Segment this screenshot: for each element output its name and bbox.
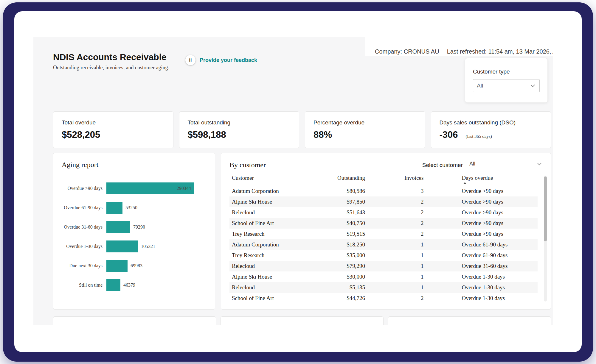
table-row[interactable]: School of Fine Art $44,726 2 Overdue 1-3…: [229, 293, 538, 304]
chart-bar-row: Overdue >90 days 290344: [62, 182, 207, 194]
customer-table: Customer Outstanding Invoices Days overd…: [229, 172, 538, 304]
table-row[interactable]: Trey Research $19,515 2 Overdue >90 days: [229, 229, 538, 239]
kpi-card: Total outstanding $598,188: [179, 111, 299, 148]
cell-outstanding: $18,250: [331, 239, 365, 250]
table-body: Adatum Corporation $80,586 3 Overdue >90…: [229, 186, 538, 304]
col-days-overdue[interactable]: Days overdue: [423, 172, 538, 186]
page-title: NDIS Accounts Receivable: [53, 51, 169, 63]
cell-days-overdue: Overdue 31-60 days: [423, 261, 538, 271]
chart-bar-row: Overdue 1-30 days 105321: [62, 240, 207, 252]
chart-bar[interactable]: 290344: [106, 182, 194, 194]
cell-customer: School of Fine Art: [229, 218, 331, 229]
dashboard-canvas: Company: CRONUS AULast refreshed: 11:54 …: [33, 37, 553, 325]
chart-bar-area: 46379: [106, 279, 207, 291]
chart-category-label: Overdue 61-90 days: [62, 205, 106, 210]
col-outstanding[interactable]: Outstanding: [331, 172, 365, 186]
cell-customer: Adatum Corporation: [229, 239, 331, 250]
cell-days-overdue: Overdue >90 days: [423, 186, 538, 196]
device-frame: Company: CRONUS AULast refreshed: 11:54 …: [3, 2, 593, 362]
by-customer-title: By customer: [229, 161, 266, 169]
cell-invoices: 2: [365, 218, 423, 229]
chart-bar[interactable]: [106, 221, 130, 233]
cell-customer: School of Fine Art: [229, 293, 331, 304]
customer-type-select[interactable]: All: [473, 79, 540, 92]
chart-bar-row: Overdue 61-90 days 53250: [62, 202, 207, 214]
main-row: Aging report Overdue >90 days 290344 Ove…: [53, 153, 551, 310]
kpi-value: $598,188: [188, 129, 226, 140]
chart-value-label: 53250: [125, 205, 137, 210]
kpi-label: Days sales outstanding (DSO): [440, 119, 551, 126]
kpi-value: 88%: [313, 129, 332, 140]
chart-bar-row: Due next 30 days 69983: [62, 260, 207, 272]
chart-bar[interactable]: [106, 202, 122, 214]
col-customer[interactable]: Customer: [229, 172, 331, 186]
cell-outstanding: $35,000: [331, 250, 365, 261]
chart-bar[interactable]: [106, 279, 120, 291]
cell-outstanding: $19,515: [331, 229, 365, 239]
kpi-label: Total overdue: [62, 119, 173, 126]
table-header-row: Customer Outstanding Invoices Days overd…: [229, 172, 538, 186]
kpi-value: $528,205: [62, 129, 100, 140]
kpi-value-row: 88%: [313, 129, 425, 140]
chart-bar-area: 290344: [106, 182, 207, 194]
sort-ascending-icon: [463, 182, 466, 184]
cell-days-overdue: Overdue >90 days: [423, 196, 538, 207]
kpi-value-row: -306 (last 365 days): [440, 129, 551, 140]
table-row[interactable]: Adatum Corporation $80,586 3 Overdue >90…: [229, 186, 538, 196]
cell-outstanding: $79,290: [331, 261, 365, 271]
col-days-overdue-label: Days overdue: [423, 175, 538, 181]
chart-category-label: Overdue 31-60 days: [62, 224, 106, 230]
customer-type-label: Customer type: [473, 68, 540, 75]
col-invoices[interactable]: Invoices: [365, 172, 423, 186]
company-label: Company: CRONUS AU: [375, 48, 439, 55]
scrollbar-thumb[interactable]: [544, 176, 547, 241]
chart-category-label: Due next 30 days: [62, 263, 106, 268]
table-row[interactable]: Alpine Ski House $30,000 1 Overdue 1-30 …: [229, 271, 538, 282]
cell-invoices: 2: [365, 207, 423, 218]
cell-invoices: 1: [365, 261, 423, 271]
cell-outstanding: $51,643: [331, 207, 365, 218]
chevron-down-icon: [530, 83, 536, 89]
table-scrollbar[interactable]: [544, 176, 547, 301]
feedback-label: Provide your feedback: [200, 57, 257, 63]
bottom-card-2: [221, 316, 384, 325]
bottom-card-3: [388, 316, 551, 325]
chart-bar-row: Overdue 31-60 days 79290: [62, 221, 207, 233]
chart-bar[interactable]: [106, 260, 128, 272]
chevron-down-icon: [536, 161, 542, 167]
kpi-label: Total outstanding: [188, 119, 299, 126]
cell-customer: Relecloud: [229, 207, 331, 218]
table-row[interactable]: School of Fine Art $40,750 2 Overdue >90…: [229, 218, 538, 229]
kpi-note: (last 365 days): [466, 134, 492, 139]
chart-bar[interactable]: [106, 240, 138, 252]
table-row[interactable]: Trey Research $35,000 1 Overdue 61-90 da…: [229, 250, 538, 261]
table-row[interactable]: Relecloud $79,290 1 Overdue 31-60 days: [229, 261, 538, 271]
select-customer-value: All: [469, 161, 475, 167]
chart-value-label: 79290: [133, 224, 145, 230]
cell-customer: Adatum Corporation: [229, 186, 331, 196]
cell-customer: Trey Research: [229, 229, 331, 239]
chart-bar-area: 105321: [106, 240, 207, 252]
select-customer-dropdown[interactable]: All: [469, 161, 542, 169]
kpi-row: Total overdue $528,205 Total outstanding…: [53, 111, 551, 148]
kpi-label: Percentage overdue: [313, 119, 425, 126]
cell-invoices: 1: [365, 271, 423, 282]
kpi-card: Percentage overdue 88%: [305, 111, 425, 148]
cell-outstanding: $5,135: [331, 282, 365, 293]
customer-type-value: All: [477, 82, 483, 89]
chart-category-label: Still on time: [62, 282, 106, 288]
kpi-value-row: $528,205: [62, 129, 173, 140]
table-row[interactable]: Relecloud $5,135 1 Overdue 1-30 days: [229, 282, 538, 293]
customer-type-filter-card: Customer type All: [465, 58, 548, 103]
feedback-link[interactable]: ii Provide your feedback: [185, 55, 257, 65]
info-icon: ii: [185, 55, 195, 65]
table-row[interactable]: Alpine Ski House $97,850 2 Overdue >90 d…: [229, 196, 538, 207]
last-refreshed-label: Last refreshed: 11:54 am, 13 Mar 2026, A…: [447, 48, 553, 55]
cell-customer: Trey Research: [229, 250, 331, 261]
table-row[interactable]: Relecloud $51,643 2 Overdue >90 days: [229, 207, 538, 218]
chart-value-label: 290344: [177, 186, 191, 191]
kpi-value: -306: [440, 129, 458, 140]
cell-outstanding: $30,000: [331, 271, 365, 282]
cell-days-overdue: Overdue 1-30 days: [423, 282, 538, 293]
table-row[interactable]: Adatum Corporation $18,250 1 Overdue 61-…: [229, 239, 538, 250]
